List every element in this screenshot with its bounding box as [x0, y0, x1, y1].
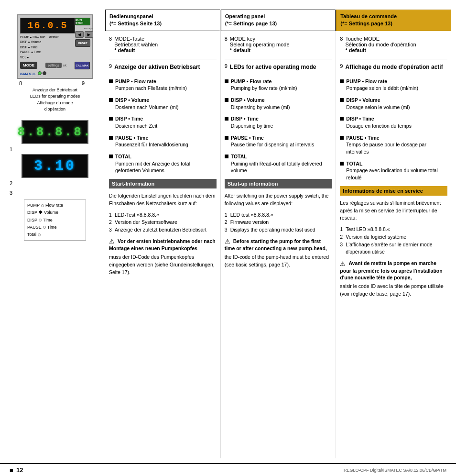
column-german: Bedienungspanel (*= Settings Seite 13) 8…: [105, 10, 220, 458]
bullet-de-0: [109, 79, 113, 83]
led-label-disp-vol: DISP: [27, 209, 37, 216]
mode-line2-fr: * default: [345, 47, 416, 53]
display-text-1: 8.8.8.8.: [18, 125, 93, 139]
mode-line2-en: * default: [230, 47, 290, 53]
startup-list-fr: Test LED »8.8.8.8.« Version du logiciel …: [340, 226, 447, 256]
column-french: Tableau de commande (*= Settings page 13…: [336, 10, 451, 458]
leds-title-de: Anzeige der aktiven Betriebsart: [114, 63, 200, 71]
device-side-labels: PUMP ● Flow rate DISP ● Volume DISP ● Ti…: [20, 35, 75, 60]
startup-text-fr: Les réglages suivants s'illuminent brièv…: [340, 199, 447, 222]
reset-button[interactable]: RESET: [75, 39, 90, 47]
display-text-2: 3.10: [34, 158, 76, 174]
leds-heading-fr: 9 Affichage du mode d'opération actif: [340, 63, 447, 74]
display-number-1: 1: [10, 146, 12, 152]
divider-de-1: [109, 59, 217, 59]
startup-header-fr: Informations de mise en service: [340, 186, 447, 196]
mode-button[interactable]: MODE: [20, 62, 37, 69]
startup-section-de: Start-Information Die folgenden Einstell…: [109, 179, 217, 276]
list-item-de-1: DISP • Volume Dosieren nach Volumen (ml): [109, 97, 217, 111]
list-item-fr-4: TOTAL Pompage avec indication du volume …: [340, 160, 447, 181]
list-item-de-0: PUMP • Flow rate Pumpen nach Fließrate (…: [109, 78, 217, 92]
item-title-fr-2: DISP • Time: [346, 116, 374, 122]
leds-heading-de: 9 Anzeige der aktiven Betriebsart: [109, 63, 217, 74]
footer-reference: REGLO-CPF Digital/ISMATEC SA/8.12.06/CB/…: [344, 468, 446, 473]
led-row-pause: PAUSE Time: [27, 224, 83, 231]
warning-icon-fr: ⚠: [340, 260, 346, 267]
startup-item-en-1: Firmware version: [225, 219, 332, 226]
footer: ■ 12 REGLO-CPF Digital/ISMATEC SA/8.12.0…: [0, 463, 456, 476]
list-item-de-2: DISP • Time Dosieren nach Zeit: [109, 115, 217, 129]
arrow-right-button[interactable]: ►: [85, 31, 93, 38]
col-header-de-line1: Bedienungspanel: [109, 13, 216, 20]
led-text-disp-time: Time: [43, 217, 53, 224]
page: 16.0.5 PUMP ● Flow rate DISP ● Volume DI…: [0, 0, 456, 476]
mode-line1-en: Selecting operating mode: [230, 42, 290, 47]
col-header-fr-line1: Tableau de commande: [340, 13, 447, 20]
item-desc-fr-2: Dosage en fonction du temps: [346, 123, 412, 129]
warning-bold-de: Vor der ersten Inbetriebnahme oder nach …: [109, 238, 216, 252]
cal-max-button[interactable]: CAL MAX: [75, 62, 90, 69]
bullet-en-2: [225, 117, 228, 121]
startup-item-de-0: LED-Test »8.8.8.8.«: [109, 211, 217, 219]
item-desc-de-3: Pausenzeit für Intervalldosierung: [115, 142, 188, 147]
led-dot-disp-time: [39, 219, 42, 221]
led-text-pause: Time: [47, 224, 57, 231]
bullet-en-1: [225, 98, 228, 102]
left-column: 16.0.5 PUMP ● Flow rate DISP ● Volume DI…: [5, 10, 105, 458]
mode-number-fr: 8 Touche MODE Sélection du mode d'opérat…: [340, 36, 447, 53]
mode-section-fr: 8 Touche MODE Sélection du mode d'opérat…: [340, 36, 447, 53]
bullet-en-3: [225, 136, 228, 140]
led-dot-pause: [43, 226, 46, 229]
display-box-2: 3.10: [22, 154, 88, 178]
item-title-en-0: PUMP • Flow rate: [231, 78, 272, 84]
col-header-en-line1: Operating panel: [225, 13, 332, 20]
startup-text-en: After switching on the power supply swit…: [225, 192, 332, 208]
display-number-3: 3: [10, 190, 12, 196]
led-label-disp-time: DISP: [27, 217, 37, 224]
item-desc-de-2: Dosieren nach Zeit: [115, 123, 157, 129]
bullet-de-4: [109, 155, 113, 158]
led-asterisk-disp: ✱: [39, 209, 43, 216]
col-header-de-line2: (*= Settings Seite 13): [109, 20, 216, 27]
bullet-de-3: [109, 136, 113, 140]
startup-item-fr-1: Version du logiciel système: [340, 233, 447, 241]
leds-title-en: LEDs for active operating mode: [230, 63, 316, 71]
mode-list-de: PUMP • Flow rate Pumpen nach Fließrate (…: [109, 78, 217, 175]
mode-line1-fr: Sélection du mode d'opération: [345, 42, 416, 47]
leds-section-en: 9 LEDs for active operating mode: [225, 63, 332, 74]
item-title-en-1: DISP • Volume: [231, 97, 265, 103]
page-number: 12: [16, 466, 23, 474]
footer-bullet: ■: [10, 466, 13, 474]
item-desc-en-0: Pumping by flow rate (ml/min): [231, 85, 297, 91]
warning-bold-en: Before starting the pump for the first t…: [225, 238, 327, 252]
warning-en: ⚠ Before starting the pump for the first…: [225, 238, 332, 269]
device-caption: Anzeige der Betriebsart LEDs for operati…: [30, 87, 80, 113]
led-table: PUMP Flow rate DISP ✱ Volume DISP Time P…: [24, 199, 86, 241]
item-title-en-2: DISP • Time: [231, 116, 259, 122]
item-title-fr-4: TOTAL: [346, 161, 362, 166]
mode-list-en: PUMP • Flow rate Pumping by flow rate (m…: [225, 78, 332, 175]
startup-section-en: Start-up information After switching on …: [225, 179, 332, 269]
label-9: 9: [82, 80, 85, 86]
item-desc-en-2: Dispensing by time: [231, 123, 273, 129]
col-header-fr-line2: (*= Settings page 13): [340, 20, 447, 27]
settings-button[interactable]: settings: [45, 63, 62, 68]
leds-section-de: 9 Anzeige der aktiven Betriebsart: [109, 63, 217, 74]
mode-section-en: 8 MODE key Selecting operating mode * de…: [225, 36, 332, 53]
led-text-disp-vol: Volume: [44, 209, 58, 216]
bullet-en-4: [225, 155, 228, 158]
run-stop-button[interactable]: RUN STOP: [75, 18, 90, 25]
mode-list-fr: PUMP • Flow rate Pompage selon le débit …: [340, 78, 447, 181]
display-box-1: 8.8.8.8.: [22, 120, 88, 144]
arrow-left-button[interactable]: ◄: [75, 31, 84, 38]
item-title-fr-0: PUMP • Flow rate: [346, 78, 387, 84]
list-item-fr-1: DISP • Volume Dosage selon le volume (ml…: [340, 97, 447, 111]
startup-item-de-2: Anzeige der zuletzt benutzten Betriebsar…: [109, 226, 217, 234]
bullet-de-2: [109, 117, 113, 121]
warning-de: ⚠ Vor der ersten Inbetriebnahme oder nac…: [109, 238, 217, 277]
item-title-en-4: TOTAL: [231, 154, 247, 159]
list-item-en-0: PUMP • Flow rate Pumping by flow rate (m…: [225, 78, 332, 92]
item-desc-fr-3: Temps de pause pour le dosage par interv…: [346, 142, 426, 155]
leds-heading-en: 9 LEDs for active operating mode: [225, 63, 332, 74]
led-row-pump: PUMP Flow rate: [27, 202, 83, 209]
